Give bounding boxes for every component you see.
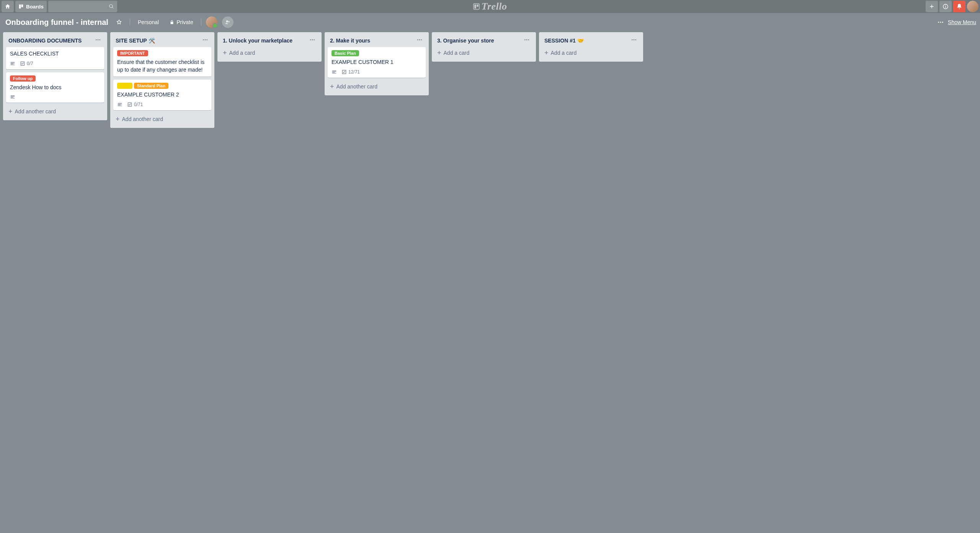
svg-point-8	[938, 22, 939, 23]
list: 1. Unlock your marketplace+Add a card	[217, 32, 322, 62]
svg-point-10	[942, 22, 943, 23]
bell-icon	[956, 3, 962, 10]
board-title[interactable]: Onboarding funnel - internal	[5, 18, 108, 27]
show-menu-link[interactable]: Show Menu	[948, 19, 976, 25]
header-right	[926, 1, 978, 12]
card-title: Zendesk How to docs	[10, 84, 100, 92]
card-badges: 0/7	[10, 61, 100, 66]
app-logo-text: Trello	[481, 1, 507, 12]
list-menu-button[interactable]	[523, 36, 531, 45]
list-title[interactable]: 2. Make it yours	[330, 38, 370, 44]
divider	[130, 19, 130, 26]
svg-point-13	[99, 39, 100, 41]
svg-point-25	[528, 39, 529, 41]
team-button[interactable]: Personal	[135, 16, 162, 28]
svg-point-24	[526, 39, 528, 41]
list-title[interactable]: 1. Unlock your marketplace	[223, 38, 292, 44]
boards-icon	[18, 4, 24, 9]
list-title[interactable]: 3. Organise your store	[437, 38, 494, 44]
plus-icon: +	[116, 116, 120, 123]
board-member-avatar[interactable]	[206, 16, 217, 28]
card-labels: Basic Plan	[332, 50, 422, 56]
list-menu-button[interactable]	[630, 36, 638, 45]
boards-label: Boards	[26, 4, 44, 10]
list-header: 2. Make it yours	[328, 35, 426, 47]
card-labels: IMPORTANT	[117, 50, 207, 56]
ellipsis-icon[interactable]	[937, 19, 944, 26]
notifications-button[interactable]	[953, 1, 965, 12]
team-label: Personal	[138, 19, 159, 25]
svg-rect-0	[19, 5, 21, 9]
divider	[201, 19, 201, 26]
card[interactable]: Follow upZendesk How to docs	[6, 72, 104, 103]
label-red[interactable]: Follow up	[10, 75, 36, 82]
svg-rect-4	[477, 5, 479, 7]
svg-point-17	[310, 39, 311, 41]
card-labels: Standard Plan	[117, 83, 207, 89]
add-card-button[interactable]: +Add another card	[113, 113, 211, 125]
info-button[interactable]	[939, 1, 952, 12]
description-icon	[332, 69, 337, 75]
star-button[interactable]	[113, 16, 125, 28]
card[interactable]: Standard PlanEXAMPLE CUSTOMER 20/71	[113, 80, 211, 110]
user-avatar[interactable]	[967, 1, 978, 12]
svg-point-18	[312, 39, 313, 41]
card-title: EXAMPLE CUSTOMER 1	[332, 59, 422, 66]
add-card-button[interactable]: +Add a card	[220, 47, 318, 59]
plus-icon: +	[223, 49, 227, 56]
list-title[interactable]: SITE SETUP🛠️	[116, 38, 155, 44]
list-header: SESSION #1🤝	[542, 35, 640, 47]
label-green[interactable]: Basic Plan	[332, 50, 359, 56]
add-card-label: Add another card	[122, 116, 163, 122]
add-card-button[interactable]: +Add another card	[328, 81, 426, 92]
svg-point-16	[206, 39, 207, 41]
svg-point-23	[524, 39, 526, 41]
app-logo: Trello	[473, 1, 507, 12]
card[interactable]: IMPORTANTEnsure that the customer checkl…	[113, 47, 211, 77]
label-orange[interactable]: Standard Plan	[134, 83, 168, 89]
card-badges: 12/71	[332, 69, 422, 75]
svg-rect-7	[945, 5, 946, 5]
search-input[interactable]	[48, 1, 117, 12]
checklist-badge: 0/71	[127, 102, 143, 107]
visibility-button[interactable]: Private	[167, 16, 196, 28]
add-card-button[interactable]: +Add a card	[435, 47, 533, 59]
plus-icon: +	[8, 108, 13, 115]
invite-button[interactable]	[222, 16, 234, 28]
card[interactable]: SALES CHECKLIST0/7	[6, 47, 104, 69]
list-title[interactable]: ONBOARDING DOCUMENTS	[8, 38, 82, 44]
plus-icon: +	[437, 49, 441, 56]
checklist-count: 0/71	[134, 102, 143, 107]
home-button[interactable]	[2, 1, 14, 12]
list-menu-button[interactable]	[309, 36, 316, 45]
label-red[interactable]: IMPORTANT	[117, 50, 148, 56]
board-header: Onboarding funnel - internal Personal Pr…	[0, 13, 980, 31]
add-card-button[interactable]: +Add another card	[6, 106, 104, 117]
visibility-label: Private	[176, 19, 193, 25]
svg-rect-6	[945, 6, 946, 8]
checklist-badge: 0/7	[20, 61, 33, 66]
add-card-button[interactable]: +Add a card	[542, 47, 640, 59]
create-button[interactable]	[926, 1, 938, 12]
svg-point-20	[417, 39, 418, 41]
list-menu-button[interactable]	[201, 36, 209, 45]
list-header: ONBOARDING DOCUMENTS	[6, 35, 104, 47]
list-menu-button[interactable]	[94, 36, 102, 45]
svg-point-26	[632, 39, 633, 41]
list-menu-button[interactable]	[416, 36, 423, 45]
svg-rect-1	[21, 5, 23, 7]
add-card-label: Add a card	[551, 50, 577, 56]
list-title[interactable]: SESSION #1🤝	[544, 38, 584, 44]
description-icon	[10, 94, 15, 100]
boards-button[interactable]: Boards	[15, 1, 47, 12]
svg-point-14	[203, 39, 204, 41]
add-card-label: Add another card	[336, 83, 377, 90]
card-title: SALES CHECKLIST	[10, 50, 100, 58]
label-yellow[interactable]	[117, 83, 132, 89]
svg-rect-3	[474, 5, 476, 9]
card[interactable]: Basic PlanEXAMPLE CUSTOMER 112/71	[328, 47, 426, 78]
svg-point-27	[634, 39, 635, 41]
board-canvas[interactable]: ONBOARDING DOCUMENTSSALES CHECKLIST0/7Fo…	[0, 31, 980, 533]
checklist-count: 12/71	[348, 69, 360, 75]
list: SITE SETUP🛠️IMPORTANTEnsure that the cus…	[110, 32, 214, 128]
